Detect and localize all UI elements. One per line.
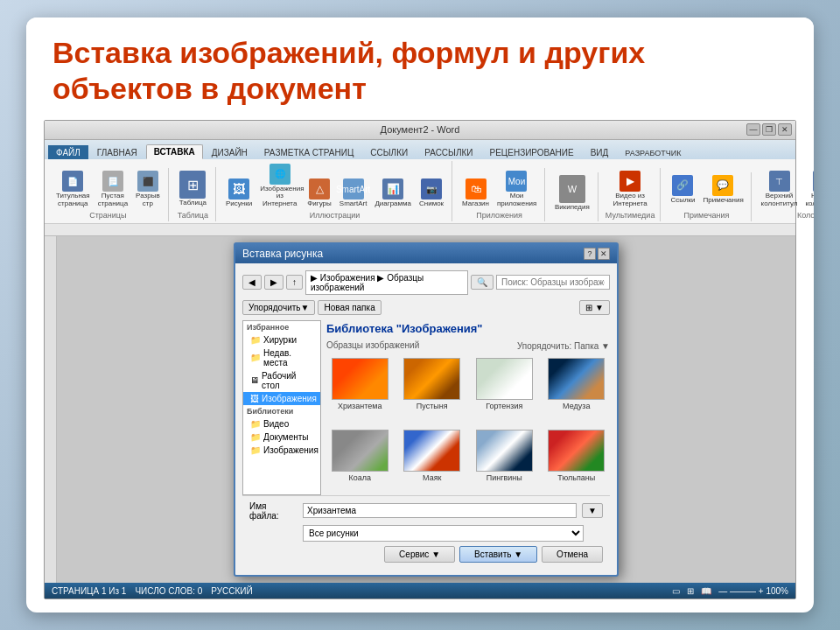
apps-items: 🛍 Магазин Мои Мои приложения	[459, 170, 539, 209]
filename-row: Имя файла: ▼	[249, 501, 603, 521]
btn-screenshot[interactable]: 📷 Снимок	[416, 178, 446, 209]
zoom-level: — ——— + 100%	[718, 586, 788, 596]
dialog-titlebar: Вставка рисунка ? ✕	[235, 244, 617, 263]
tab-review[interactable]: РЕЦЕНЗИРОВАНИЕ	[482, 145, 582, 159]
view-read-icon[interactable]: 📖	[701, 586, 711, 596]
view-options-button[interactable]: ⊞ ▼	[579, 300, 610, 315]
btn-table[interactable]: ⊞ Таблица	[176, 169, 210, 209]
grid-item-7[interactable]: Тюльпаны	[543, 428, 611, 495]
sidebar-item-recent[interactable]: 📁 Недав. места	[243, 346, 320, 369]
dialog-search-input[interactable]	[496, 275, 610, 290]
grid-label-6: Пингвины	[486, 473, 522, 482]
grid-item-3[interactable]: Медуза	[543, 356, 611, 424]
tab-design[interactable]: ДИЗАЙН	[204, 145, 256, 159]
insert-button[interactable]: Вставить ▼	[459, 546, 537, 563]
folder-icon-desktop: 🖥	[250, 375, 259, 385]
status-page: СТРАНИЦА 1 Из 1	[52, 586, 126, 596]
btn-store[interactable]: 🛍 Магазин	[459, 178, 492, 209]
grid-label-5: Маяк	[423, 473, 441, 482]
organize-button[interactable]: Упорядочить▼	[242, 300, 315, 315]
dialog-help-button[interactable]: ?	[584, 248, 596, 260]
table-label: Таблица	[178, 211, 208, 220]
btn-online-pictures[interactable]: 🌐 Изображения из Интернета	[257, 163, 302, 209]
tab-file[interactable]: ФАЙЛ	[48, 145, 88, 159]
tab-insert[interactable]: ВСТАВКА	[146, 144, 203, 159]
tab-view[interactable]: ВИД	[583, 145, 617, 159]
ribbon-group-apps: 🛍 Магазин Мои Мои приложения Приложения	[454, 168, 545, 221]
tab-developer[interactable]: РАЗРАБОТЧИК	[617, 146, 689, 159]
grid-item-4[interactable]: Коала	[326, 428, 394, 495]
ruler-left	[45, 236, 57, 583]
nav-back-button[interactable]: ◀	[242, 275, 262, 290]
nav-forward-button[interactable]: ▶	[264, 275, 284, 290]
btn-chart[interactable]: 📊 Диаграмма	[372, 178, 414, 209]
sidebar-item-video[interactable]: 📁 Видео	[243, 417, 320, 430]
grid-label-4: Коала	[348, 473, 371, 482]
btn-my-apps[interactable]: Мои Мои приложения	[494, 170, 539, 209]
btn-cover-page[interactable]: 📄 Титульная страница	[53, 170, 93, 209]
grid-label-1: Пустыня	[416, 402, 448, 410]
media-label: Мультимедиа	[606, 211, 655, 220]
grid-label-7: Тюльпаны	[557, 473, 595, 482]
illustrations-items: 🖼 Рисунки 🌐 Изображения из Интернета △ Ф…	[223, 163, 446, 209]
filename-dropdown-button[interactable]: ▼	[582, 503, 603, 518]
btn-links[interactable]: 🔗 Ссылки	[668, 174, 697, 206]
sidebar-item-hirurki[interactable]: 📁 Хирурки	[243, 333, 320, 346]
btn-shapes[interactable]: △ Фигуры	[304, 178, 334, 209]
sidebar-item-images2[interactable]: 📁 Изображения	[243, 444, 320, 457]
dialog-close-button[interactable]: ✕	[598, 248, 610, 260]
grid-item-2[interactable]: Гортензия	[471, 356, 538, 424]
dialog-footer-buttons: Сервис ▼ Вставить ▼ Отмена	[249, 546, 603, 563]
headerfooter-label: Колонтитулы	[797, 211, 814, 220]
btn-smartart[interactable]: SmartArt SmartArt	[337, 178, 370, 209]
table-items: ⊞ Таблица	[176, 169, 210, 209]
status-right: ▭ ⊞ 📖 — ——— + 100%	[672, 586, 788, 596]
btn-header[interactable]: ⊤ Верхний колонтитул	[759, 170, 801, 209]
sidebar-item-desktop[interactable]: 🖥 Рабочий стол	[243, 369, 320, 392]
grid-thumb-7	[548, 430, 605, 472]
btn-pictures[interactable]: 🖼 Рисунки	[223, 178, 255, 209]
tab-references[interactable]: ССЫЛКИ	[362, 145, 416, 159]
dialog-toolbar: Упорядочить▼ Новая папка ⊞ ▼	[242, 300, 610, 315]
sidebar-item-images[interactable]: 🖼 Изображения	[243, 392, 320, 405]
dialog-nav: ◀ ▶ ↑ ▶ Изображения ▶ Образцы изображени…	[242, 270, 610, 295]
nav-search-button[interactable]: 🔍	[471, 275, 494, 290]
doc-scroll-area: Вставка рисунка ? ✕ ◀ ▶ ↑	[57, 236, 795, 583]
grid-item-5[interactable]: Маяк	[399, 428, 466, 495]
folder-icon-video: 📁	[250, 419, 261, 429]
tab-layout[interactable]: РАЗМЕТКА СТРАНИЦ	[256, 145, 361, 159]
btn-footer[interactable]: ⊥ Нижний колонтитул	[802, 170, 814, 209]
btn-blank-page[interactable]: 📃 Пустая страница	[95, 170, 130, 209]
btn-wikipedia[interactable]: W Википедия	[552, 174, 592, 213]
btn-online-video[interactable]: ▶ Видео из Интернета	[608, 170, 653, 209]
folder-icon-docs: 📁	[250, 432, 261, 442]
cancel-button[interactable]: Отмена	[542, 546, 603, 563]
grid-label-2: Гортензия	[486, 402, 522, 410]
btn-comment[interactable]: 💬 Примечания	[701, 174, 746, 206]
restore-button[interactable]: ❐	[762, 123, 776, 136]
tab-mailings[interactable]: РАССЫЛКИ	[416, 145, 480, 159]
grid-item-6[interactable]: Пингвины	[471, 428, 538, 495]
sidebar-item-docs[interactable]: 📁 Документы	[243, 430, 320, 444]
minimize-button[interactable]: —	[746, 123, 760, 136]
view-web-icon[interactable]: ⊞	[687, 586, 694, 596]
ribbon-group-wiki: W Википедия	[547, 172, 598, 221]
apps-label: Приложения	[476, 211, 522, 220]
tab-home[interactable]: ГЛАВНАЯ	[89, 145, 145, 159]
ribbon-content: 📄 Титульная страница 📃 Пустая страница ⬛…	[45, 159, 795, 223]
grid-item-0[interactable]: Хризантема	[326, 356, 394, 424]
order-text[interactable]: Упорядочить: Папка ▼	[517, 341, 610, 351]
btn-page-break[interactable]: ⬛ Разрыв стр	[133, 170, 163, 209]
new-folder-button[interactable]: Новая папка	[318, 300, 381, 315]
folder-icon-images: 🖼	[250, 394, 259, 403]
filename-input[interactable]	[303, 503, 577, 518]
nav-up-button[interactable]: ↑	[286, 275, 303, 290]
dialog-body: ◀ ▶ ↑ ▶ Изображения ▶ Образцы изображени…	[235, 263, 617, 575]
filetype-select[interactable]: Все рисунки	[303, 525, 584, 542]
view-normal-icon[interactable]: ▭	[672, 586, 680, 596]
insert-picture-dialog[interactable]: Вставка рисунка ? ✕ ◀ ▶ ↑	[234, 242, 619, 577]
tools-button[interactable]: Сервис ▼	[384, 546, 455, 563]
dialog-title-buttons: ? ✕	[584, 248, 610, 260]
grid-item-1[interactable]: Пустыня	[399, 356, 466, 424]
close-button[interactable]: ✕	[778, 123, 792, 136]
